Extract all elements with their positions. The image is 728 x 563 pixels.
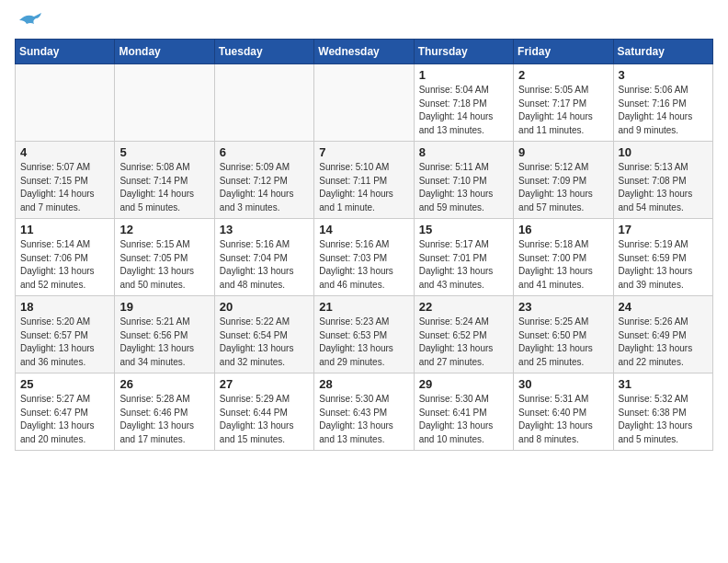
calendar-cell: 12Sunrise: 5:15 AMSunset: 7:05 PMDayligh… <box>115 219 214 296</box>
calendar-cell: 8Sunrise: 5:11 AMSunset: 7:10 PMDaylight… <box>414 142 513 219</box>
day-detail: Sunrise: 5:11 AMSunset: 7:10 PMDaylight:… <box>419 161 508 214</box>
day-number: 5 <box>119 145 209 159</box>
day-number: 23 <box>518 300 608 314</box>
day-detail: Sunrise: 5:16 AMSunset: 7:04 PMDaylight:… <box>220 238 309 292</box>
day-detail: Sunrise: 5:32 AMSunset: 6:38 PMDaylight:… <box>619 393 708 446</box>
day-number: 20 <box>220 300 309 314</box>
day-number: 6 <box>220 145 309 159</box>
day-number: 3 <box>619 68 708 82</box>
calendar-cell: 21Sunrise: 5:23 AMSunset: 6:53 PMDayligh… <box>314 296 414 373</box>
calendar-cell: 1Sunrise: 5:04 AMSunset: 7:18 PMDaylight… <box>414 64 513 142</box>
calendar-cell: 15Sunrise: 5:17 AMSunset: 7:01 PMDayligh… <box>414 219 513 296</box>
day-detail: Sunrise: 5:06 AMSunset: 7:16 PMDaylight:… <box>619 84 708 137</box>
calendar-cell: 13Sunrise: 5:16 AMSunset: 7:04 PMDayligh… <box>214 219 313 296</box>
day-number: 17 <box>619 223 708 236</box>
day-number: 30 <box>518 377 608 391</box>
weekday-header-friday: Friday <box>514 40 613 64</box>
calendar-cell <box>214 64 313 142</box>
day-detail: Sunrise: 5:28 AMSunset: 6:46 PMDaylight:… <box>119 393 209 446</box>
day-number: 1 <box>419 68 508 82</box>
calendar-cell: 23Sunrise: 5:25 AMSunset: 6:50 PMDayligh… <box>514 296 613 373</box>
day-number: 7 <box>319 145 408 159</box>
logo-icon <box>17 11 43 29</box>
day-detail: Sunrise: 5:30 AMSunset: 6:43 PMDaylight:… <box>319 393 408 446</box>
calendar-cell: 7Sunrise: 5:10 AMSunset: 7:11 PMDaylight… <box>314 142 414 219</box>
day-number: 14 <box>319 223 408 236</box>
calendar-cell: 2Sunrise: 5:05 AMSunset: 7:17 PMDaylight… <box>514 64 613 142</box>
calendar-week-3: 11Sunrise: 5:14 AMSunset: 7:06 PMDayligh… <box>16 219 713 296</box>
calendar-cell <box>115 64 214 142</box>
day-number: 10 <box>619 145 708 159</box>
calendar-cell: 27Sunrise: 5:29 AMSunset: 6:44 PMDayligh… <box>214 373 313 451</box>
calendar-cell <box>314 64 414 142</box>
day-detail: Sunrise: 5:26 AMSunset: 6:49 PMDaylight:… <box>619 316 708 369</box>
day-detail: Sunrise: 5:17 AMSunset: 7:01 PMDaylight:… <box>419 238 508 292</box>
calendar-cell: 17Sunrise: 5:19 AMSunset: 6:59 PMDayligh… <box>613 219 712 296</box>
weekday-header-tuesday: Tuesday <box>214 40 313 64</box>
calendar-week-4: 18Sunrise: 5:20 AMSunset: 6:57 PMDayligh… <box>16 296 713 373</box>
day-number: 22 <box>419 300 508 314</box>
calendar-cell: 30Sunrise: 5:31 AMSunset: 6:40 PMDayligh… <box>514 373 613 451</box>
day-detail: Sunrise: 5:31 AMSunset: 6:40 PMDaylight:… <box>518 393 608 446</box>
day-detail: Sunrise: 5:19 AMSunset: 6:59 PMDaylight:… <box>619 238 708 292</box>
calendar-cell: 28Sunrise: 5:30 AMSunset: 6:43 PMDayligh… <box>314 373 414 451</box>
day-number: 24 <box>619 300 708 314</box>
day-detail: Sunrise: 5:23 AMSunset: 6:53 PMDaylight:… <box>319 316 408 369</box>
day-detail: Sunrise: 5:08 AMSunset: 7:14 PMDaylight:… <box>119 161 209 214</box>
weekday-header-wednesday: Wednesday <box>314 40 414 64</box>
day-detail: Sunrise: 5:15 AMSunset: 7:05 PMDaylight:… <box>119 238 209 292</box>
weekday-header-monday: Monday <box>115 40 214 64</box>
day-detail: Sunrise: 5:16 AMSunset: 7:03 PMDaylight:… <box>319 238 408 292</box>
day-detail: Sunrise: 5:13 AMSunset: 7:08 PMDaylight:… <box>619 161 708 214</box>
day-detail: Sunrise: 5:25 AMSunset: 6:50 PMDaylight:… <box>518 316 608 369</box>
calendar-cell: 22Sunrise: 5:24 AMSunset: 6:52 PMDayligh… <box>414 296 513 373</box>
day-number: 11 <box>20 223 109 236</box>
calendar-cell: 4Sunrise: 5:07 AMSunset: 7:15 PMDaylight… <box>16 142 115 219</box>
calendar-cell: 26Sunrise: 5:28 AMSunset: 6:46 PMDayligh… <box>115 373 214 451</box>
calendar-cell: 29Sunrise: 5:30 AMSunset: 6:41 PMDayligh… <box>414 373 513 451</box>
calendar-cell: 24Sunrise: 5:26 AMSunset: 6:49 PMDayligh… <box>613 296 712 373</box>
day-number: 18 <box>20 300 109 314</box>
day-detail: Sunrise: 5:05 AMSunset: 7:17 PMDaylight:… <box>518 84 608 137</box>
day-detail: Sunrise: 5:18 AMSunset: 7:00 PMDaylight:… <box>518 238 608 292</box>
day-number: 21 <box>319 300 408 314</box>
weekday-header-sunday: Sunday <box>16 40 115 64</box>
day-number: 25 <box>20 377 109 391</box>
day-detail: Sunrise: 5:10 AMSunset: 7:11 PMDaylight:… <box>319 161 408 214</box>
day-number: 12 <box>119 223 209 236</box>
calendar-cell: 6Sunrise: 5:09 AMSunset: 7:12 PMDaylight… <box>214 142 313 219</box>
day-number: 31 <box>619 377 708 391</box>
calendar-week-2: 4Sunrise: 5:07 AMSunset: 7:15 PMDaylight… <box>16 142 713 219</box>
day-number: 15 <box>419 223 508 236</box>
day-number: 29 <box>419 377 508 391</box>
day-number: 2 <box>518 68 608 82</box>
day-number: 19 <box>119 300 209 314</box>
calendar-cell: 11Sunrise: 5:14 AMSunset: 7:06 PMDayligh… <box>16 219 115 296</box>
calendar-cell: 5Sunrise: 5:08 AMSunset: 7:14 PMDaylight… <box>115 142 214 219</box>
page-header <box>15 15 713 29</box>
calendar-cell: 16Sunrise: 5:18 AMSunset: 7:00 PMDayligh… <box>514 219 613 296</box>
calendar-cell: 31Sunrise: 5:32 AMSunset: 6:38 PMDayligh… <box>613 373 712 451</box>
day-number: 13 <box>220 223 309 236</box>
day-number: 8 <box>419 145 508 159</box>
day-number: 16 <box>518 223 608 236</box>
day-number: 27 <box>220 377 309 391</box>
calendar-header: SundayMondayTuesdayWednesdayThursdayFrid… <box>16 40 713 64</box>
day-detail: Sunrise: 5:22 AMSunset: 6:54 PMDaylight:… <box>220 316 309 369</box>
calendar-cell: 3Sunrise: 5:06 AMSunset: 7:16 PMDaylight… <box>613 64 712 142</box>
day-detail: Sunrise: 5:29 AMSunset: 6:44 PMDaylight:… <box>220 393 309 446</box>
logo <box>15 15 43 29</box>
day-detail: Sunrise: 5:12 AMSunset: 7:09 PMDaylight:… <box>518 161 608 214</box>
calendar-week-5: 25Sunrise: 5:27 AMSunset: 6:47 PMDayligh… <box>16 373 713 451</box>
weekday-header-thursday: Thursday <box>414 40 513 64</box>
day-detail: Sunrise: 5:27 AMSunset: 6:47 PMDaylight:… <box>20 393 109 446</box>
day-number: 26 <box>119 377 209 391</box>
calendar-cell: 14Sunrise: 5:16 AMSunset: 7:03 PMDayligh… <box>314 219 414 296</box>
day-detail: Sunrise: 5:24 AMSunset: 6:52 PMDaylight:… <box>419 316 508 369</box>
calendar-table: SundayMondayTuesdayWednesdayThursdayFrid… <box>15 39 713 451</box>
day-number: 9 <box>518 145 608 159</box>
calendar-cell: 25Sunrise: 5:27 AMSunset: 6:47 PMDayligh… <box>16 373 115 451</box>
day-detail: Sunrise: 5:30 AMSunset: 6:41 PMDaylight:… <box>419 393 508 446</box>
day-number: 28 <box>319 377 408 391</box>
calendar-cell: 10Sunrise: 5:13 AMSunset: 7:08 PMDayligh… <box>613 142 712 219</box>
